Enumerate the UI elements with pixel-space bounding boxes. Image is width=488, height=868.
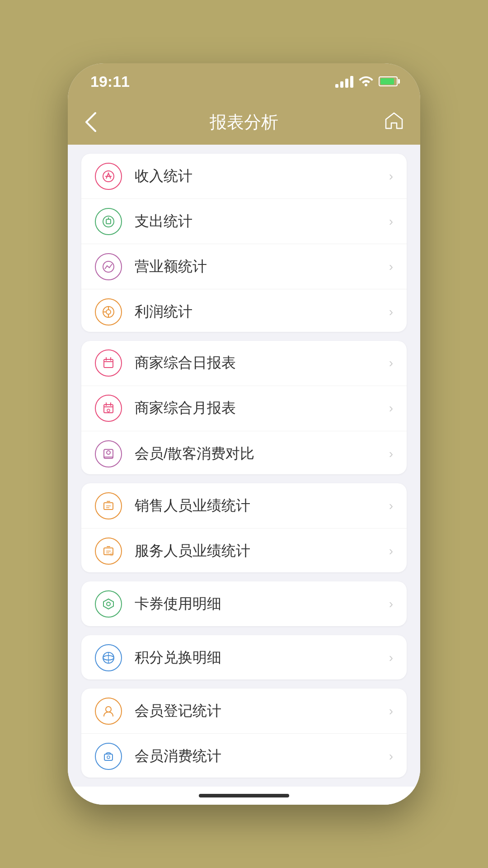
menu-item-expense-stats[interactable]: 支出统计 › xyxy=(81,199,407,244)
svg-rect-34 xyxy=(104,754,113,760)
wifi-icon xyxy=(359,74,373,90)
status-icons xyxy=(335,74,398,90)
svg-point-29 xyxy=(107,602,110,606)
menu-item-revenue-stats[interactable]: 营业额统计 › xyxy=(81,244,407,289)
merchant-daily-label: 商家综合日报表 xyxy=(135,353,389,373)
arrow-icon: › xyxy=(389,447,393,461)
home-button[interactable] xyxy=(384,110,404,134)
menu-group-4: 卡券使用明细 › xyxy=(81,581,407,626)
arrow-icon: › xyxy=(389,651,393,665)
member-register-icon xyxy=(95,698,122,725)
svg-point-18 xyxy=(107,409,110,412)
member-register-label: 会员登记统计 xyxy=(135,701,389,721)
arrow-icon: › xyxy=(389,356,393,370)
menu-item-points-details[interactable]: 积分兑换明细 › xyxy=(81,635,407,679)
income-stats-label: 收入统计 xyxy=(135,166,389,186)
revenue-stats-label: 营业额统计 xyxy=(135,257,389,277)
arrow-icon: › xyxy=(389,214,393,229)
header: 报表分析 xyxy=(68,99,420,145)
svg-point-35 xyxy=(107,756,110,759)
svg-rect-10 xyxy=(104,359,113,368)
status-time: 19:11 xyxy=(90,73,130,90)
menu-item-merchant-monthly[interactable]: 商家综合月报表 › xyxy=(81,386,407,431)
svg-point-28 xyxy=(110,552,113,556)
home-indicator-bar xyxy=(199,794,289,797)
phone-frame: 19:11 报表分析 xyxy=(68,63,420,805)
service-perf-label: 服务人员业绩统计 xyxy=(135,541,389,561)
arrow-icon: › xyxy=(389,544,393,558)
income-stats-icon xyxy=(95,163,122,190)
member-consume-label: 会员消费统计 xyxy=(135,746,389,766)
content-area: 收入统计 › 支出统计 › xyxy=(68,145,420,787)
menu-item-member-consume[interactable]: 会员消费统计 › xyxy=(81,734,407,778)
profit-stats-label: 利润统计 xyxy=(135,302,389,322)
svg-point-6 xyxy=(106,310,111,314)
arrow-icon: › xyxy=(389,259,393,274)
sales-perf-icon xyxy=(95,492,122,519)
menu-group-1: 收入统计 › 支出统计 › xyxy=(81,154,407,332)
merchant-monthly-icon xyxy=(95,395,122,422)
svg-rect-2 xyxy=(106,219,111,224)
member-consume-icon xyxy=(95,743,122,770)
menu-item-member-compare[interactable]: 会员/散客消费对比 › xyxy=(81,431,407,474)
battery-icon xyxy=(379,76,398,86)
arrow-icon: › xyxy=(389,749,393,764)
member-compare-label: 会员/散客消费对比 xyxy=(135,444,389,464)
points-details-label: 积分兑换明细 xyxy=(135,648,389,668)
profit-stats-icon xyxy=(95,298,122,326)
menu-group-3: 销售人员业绩统计 › 服务人员业绩统计 › xyxy=(81,483,407,572)
arrow-icon: › xyxy=(389,169,393,184)
svg-point-33 xyxy=(106,707,111,712)
menu-item-income-stats[interactable]: 收入统计 › xyxy=(81,154,407,199)
arrow-icon: › xyxy=(389,401,393,415)
merchant-monthly-label: 商家综合月报表 xyxy=(135,398,389,418)
arrow-icon: › xyxy=(389,305,393,319)
menu-group-6: 会员登记统计 › 会员消费统计 › xyxy=(81,689,407,778)
menu-item-service-perf[interactable]: 服务人员业绩统计 › xyxy=(81,528,407,572)
page-title: 报表分析 xyxy=(210,111,278,134)
menu-group-2: 商家综合日报表 › 商家综合月报表 › xyxy=(81,341,407,474)
expense-stats-label: 支出统计 xyxy=(135,212,389,231)
back-button[interactable] xyxy=(84,111,98,133)
menu-item-member-register[interactable]: 会员登记统计 › xyxy=(81,689,407,734)
points-details-icon xyxy=(95,644,122,671)
card-details-label: 卡券使用明细 xyxy=(135,594,389,614)
status-bar: 19:11 xyxy=(68,63,420,99)
arrow-icon: › xyxy=(389,597,393,611)
card-details-icon xyxy=(95,590,122,618)
member-compare-icon xyxy=(95,440,122,467)
menu-item-sales-perf[interactable]: 销售人员业绩统计 › xyxy=(81,483,407,528)
signal-icon xyxy=(335,75,353,88)
menu-item-profit-stats[interactable]: 利润统计 › xyxy=(81,289,407,332)
menu-item-merchant-daily[interactable]: 商家综合日报表 › xyxy=(81,341,407,386)
arrow-icon: › xyxy=(389,704,393,718)
svg-point-20 xyxy=(107,451,110,454)
home-indicator xyxy=(68,787,420,805)
merchant-daily-icon xyxy=(95,349,122,377)
menu-group-5: 积分兑换明细 › xyxy=(81,635,407,679)
menu-item-card-details[interactable]: 卡券使用明细 › xyxy=(81,581,407,626)
sales-perf-label: 销售人员业绩统计 xyxy=(135,496,389,516)
service-perf-icon xyxy=(95,538,122,565)
arrow-icon: › xyxy=(389,499,393,513)
revenue-stats-icon xyxy=(95,253,122,280)
expense-stats-icon xyxy=(95,208,122,235)
